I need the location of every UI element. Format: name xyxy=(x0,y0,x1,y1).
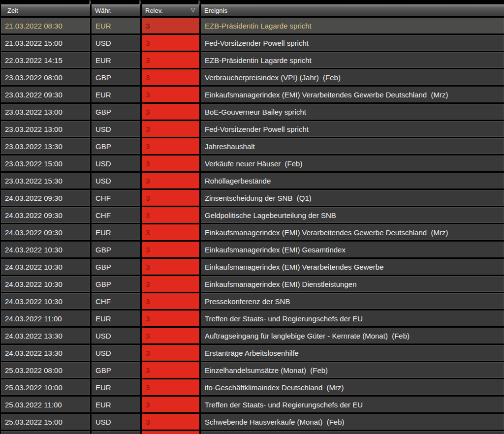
cell-time[interactable]: 25.03.2022 10:00 xyxy=(1,379,90,395)
sort-descending-icon[interactable]: ▽ xyxy=(191,7,195,13)
cell-time[interactable]: 21.03.2022 08:30 xyxy=(1,18,90,33)
cell-relevance[interactable]: 3 xyxy=(142,328,199,343)
cell-time[interactable]: 24.03.2022 10:30 xyxy=(1,242,90,257)
cell-relevance[interactable]: 3 xyxy=(142,345,199,361)
cell-event[interactable]: BoE-Gouverneur Bailey spricht xyxy=(201,104,504,120)
cell-event[interactable]: Geldpolitische Lagebeurteilung der SNB xyxy=(201,207,504,223)
cell-relevance[interactable]: 3 xyxy=(142,224,199,240)
cell-event[interactable]: EZB-Präsidentin Lagarde spricht xyxy=(201,18,504,33)
cell-event[interactable]: Einkaufsmanagerindex (EMI) Verarbeitende… xyxy=(201,224,504,240)
cell-relevance[interactable]: 3 xyxy=(142,379,199,395)
cell-relevance[interactable]: 3 xyxy=(142,293,199,309)
cell-currency[interactable]: CHF xyxy=(92,207,140,223)
cell-currency[interactable]: USD xyxy=(92,35,140,51)
cell-relevance[interactable]: 3 xyxy=(142,155,199,171)
cell-currency[interactable]: USD xyxy=(92,328,140,343)
cell-time[interactable]: 24.03.2022 13:30 xyxy=(1,328,90,343)
cell-time[interactable]: 24.03.2022 13:30 xyxy=(1,345,90,361)
cell-event[interactable]: Pressekonferenz der SNB xyxy=(201,293,504,309)
cell-time[interactable]: 23.03.2022 13:00 xyxy=(1,121,90,137)
cell-event[interactable]: Verkäufe neuer Häuser (Feb) xyxy=(201,155,504,171)
cell-currency[interactable]: USD xyxy=(92,345,140,361)
cell-currency[interactable]: USD xyxy=(92,155,140,171)
cell-relevance[interactable]: 3 xyxy=(142,69,199,85)
cell-time[interactable]: 23.03.2022 15:00 xyxy=(1,155,90,171)
cell-relevance[interactable]: 3 xyxy=(142,190,199,206)
cell-event[interactable]: Einzelhandelsumsätze (Monat) (Feb) xyxy=(201,362,504,378)
cell-event[interactable]: ifo-Geschäftklimaindex Deutschland (Mrz) xyxy=(201,379,504,395)
cell-currency[interactable]: GBP xyxy=(92,138,140,154)
cell-relevance[interactable]: 3 xyxy=(142,414,199,430)
cell-relevance[interactable]: 3 xyxy=(142,138,199,154)
cell-time[interactable]: 22.03.2022 14:15 xyxy=(1,52,90,68)
cell-currency[interactable]: EUR xyxy=(92,379,140,395)
cell-currency[interactable]: USD xyxy=(92,414,140,430)
cell-event[interactable]: Einkaufsmanagerindex (EMI) Verarbeitende… xyxy=(201,87,504,102)
cell-event[interactable]: Rohöllagerbestände xyxy=(201,173,504,188)
cell-event[interactable]: Verbraucherpreisindex (VPI) (Jahr) (Feb) xyxy=(201,69,504,85)
cell-time[interactable]: 24.03.2022 09:30 xyxy=(1,207,90,223)
column-header-zeit[interactable]: Zeit xyxy=(1,4,90,16)
cell-currency[interactable]: CHF xyxy=(92,190,140,206)
cell-time[interactable]: 25.03.2022 15:00 xyxy=(1,414,90,430)
cell-relevance[interactable]: 3 xyxy=(142,242,199,257)
cell-relevance[interactable]: 3 xyxy=(142,207,199,223)
cell-event[interactable]: Treffen der Staats- und Regierungschefs … xyxy=(201,310,504,326)
cell-event[interactable]: Fed-Vorsitzender Powell spricht xyxy=(201,35,504,51)
cell-currency[interactable]: EUR xyxy=(92,310,140,326)
cell-time[interactable]: 23.03.2022 15:30 xyxy=(1,173,90,188)
cell-event[interactable]: Erstanträge Arbeitslosenhilfe xyxy=(201,345,504,361)
cell-event[interactable]: Auftragseingang für langlebige Güter - K… xyxy=(201,328,504,343)
cell-event[interactable]: EZB-Präsidentin Lagarde spricht xyxy=(201,52,504,68)
cell-event[interactable]: Zinsentscheidung der SNB (Q1) xyxy=(201,190,504,206)
cell-time[interactable]: 24.03.2022 10:30 xyxy=(1,259,90,275)
cell-currency[interactable]: GBP xyxy=(92,242,140,257)
cell-time[interactable]: 24.03.2022 10:30 xyxy=(1,276,90,292)
cell-currency[interactable]: GBP xyxy=(92,69,140,85)
cell-relevance[interactable]: 3 xyxy=(142,18,199,33)
cell-currency[interactable]: EUR xyxy=(92,52,140,68)
cell-relevance[interactable]: 3 xyxy=(142,259,199,275)
cell-currency[interactable]: GBP xyxy=(92,362,140,378)
cell-currency[interactable]: CHF xyxy=(92,293,140,309)
cell-relevance[interactable]: 3 xyxy=(142,35,199,51)
cell-relevance[interactable]: 3 xyxy=(142,104,199,120)
cell-currency[interactable]: GBP xyxy=(92,259,140,275)
cell-currency[interactable]: USD xyxy=(92,173,140,188)
cell-currency[interactable]: GBP xyxy=(92,104,140,120)
cell-currency[interactable]: EUR xyxy=(92,397,140,412)
cell-time[interactable]: 24.03.2022 09:30 xyxy=(1,190,90,206)
cell-currency[interactable]: EUR xyxy=(92,87,140,102)
cell-time[interactable]: 23.03.2022 09:30 xyxy=(1,87,90,102)
cell-relevance[interactable]: 3 xyxy=(142,121,199,137)
cell-relevance[interactable]: 3 xyxy=(142,276,199,292)
cell-relevance[interactable]: 3 xyxy=(142,173,199,188)
cell-event[interactable]: Treffen der Staats- und Regierungschefs … xyxy=(201,397,504,412)
cell-event[interactable]: Einkaufsmanagerindex (EMI) Dienstleistun… xyxy=(201,276,504,292)
column-header-waehrung[interactable]: Währ. xyxy=(92,4,140,16)
cell-time[interactable]: 23.03.2022 08:00 xyxy=(1,69,90,85)
cell-time[interactable]: 23.03.2022 13:30 xyxy=(1,138,90,154)
column-header-relevanz[interactable]: Relev. ▽ xyxy=(142,4,199,16)
cell-relevance[interactable]: 3 xyxy=(142,87,199,102)
cell-relevance[interactable]: 3 xyxy=(142,52,199,68)
cell-relevance[interactable]: 3 xyxy=(142,362,199,378)
cell-time[interactable]: 24.03.2022 09:30 xyxy=(1,224,90,240)
cell-currency[interactable]: GBP xyxy=(92,276,140,292)
cell-time[interactable]: 24.03.2022 10:30 xyxy=(1,293,90,309)
cell-event[interactable]: Einkaufsmanagerindex (EMI) Verarbeitende… xyxy=(201,259,504,275)
cell-relevance[interactable]: 3 xyxy=(142,310,199,326)
cell-event[interactable]: Fed-Vorsitzender Powell spricht xyxy=(201,121,504,137)
cell-time[interactable]: 23.03.2022 13:00 xyxy=(1,104,90,120)
cell-currency[interactable]: EUR xyxy=(92,18,140,33)
cell-currency[interactable]: EUR xyxy=(92,224,140,240)
cell-event[interactable]: Schwebende Hausverkäufe (Monat) (Feb) xyxy=(201,414,504,430)
cell-event[interactable]: Jahreshaushalt xyxy=(201,138,504,154)
cell-time[interactable]: 24.03.2022 11:00 xyxy=(1,310,90,326)
cell-currency[interactable]: USD xyxy=(92,121,140,137)
column-header-ereignis[interactable]: Ereignis xyxy=(201,4,504,16)
cell-time[interactable]: 25.03.2022 08:00 xyxy=(1,362,90,378)
cell-event[interactable]: Einkaufsmanagerindex (EMI) Gesamtindex xyxy=(201,242,504,257)
cell-time[interactable]: 21.03.2022 15:00 xyxy=(1,35,90,51)
cell-relevance[interactable]: 3 xyxy=(142,397,199,412)
